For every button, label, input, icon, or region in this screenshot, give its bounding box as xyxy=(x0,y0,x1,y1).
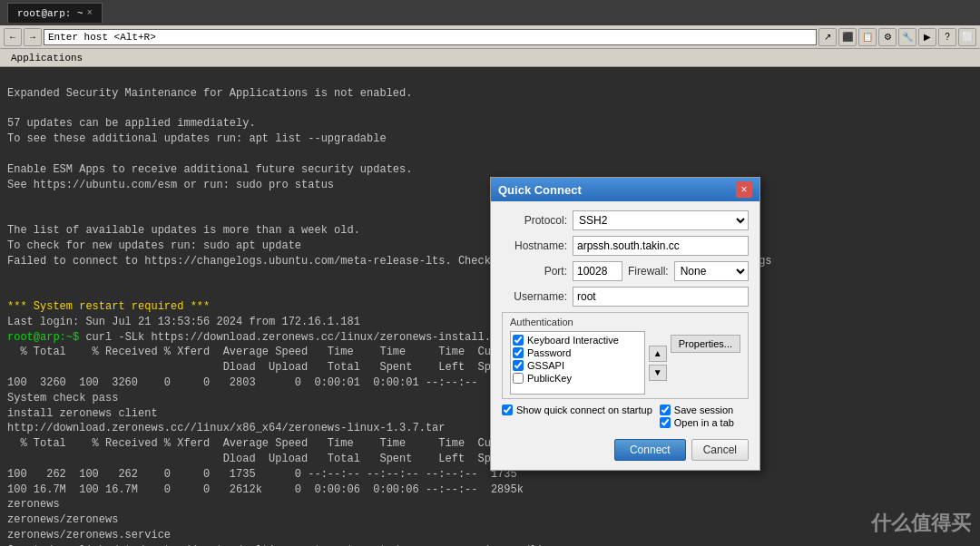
term-line-21: System check pass xyxy=(7,392,118,405)
show-quick-connect-label: Show quick connect on startup xyxy=(516,405,652,415)
username-label: Username: xyxy=(502,290,567,303)
auth-label-password: Password xyxy=(527,347,571,358)
port-input[interactable] xyxy=(573,261,622,281)
back-btn[interactable]: ← xyxy=(4,28,22,46)
term-line-10: The list of available updates is more th… xyxy=(7,224,360,237)
term-line-26: 100 262 100 262 0 0 1735 0 --:--:-- --:-… xyxy=(7,468,517,481)
toolbar-icon-4[interactable]: 🔧 xyxy=(898,28,916,46)
left-options: Show quick connect on startup xyxy=(502,405,652,428)
opt-open-in-tab: Open in a tab xyxy=(660,417,734,428)
tab-label: root@arp: ~ xyxy=(17,8,83,19)
port-row: Port: Firewall: None xyxy=(502,261,749,281)
auth-item-publickey: PublicKey xyxy=(513,372,642,385)
dialog-body: Protocol: SSH2 Hostname: Port: Firewall:… xyxy=(491,201,760,470)
open-in-tab-label: Open in a tab xyxy=(674,417,734,428)
terminal-titlebar: root@arp: ~ × xyxy=(0,0,980,25)
username-input[interactable] xyxy=(573,287,749,307)
save-session-checkbox[interactable] xyxy=(660,405,671,415)
toolbar-icon-5[interactable]: ▶ xyxy=(918,28,936,46)
terminal-tab[interactable]: root@arp: ~ × xyxy=(7,3,103,23)
connect-btn[interactable]: ↗ xyxy=(818,28,837,46)
menubar: Applications xyxy=(0,49,980,67)
port-label: Port: xyxy=(502,265,567,278)
properties-button[interactable]: Properties... xyxy=(671,335,740,353)
term-line-7: See https://ubuntu.com/esm or run: sudo … xyxy=(7,179,334,191)
auth-checkbox-publickey[interactable] xyxy=(513,373,524,384)
hostname-input[interactable] xyxy=(573,236,749,256)
toolbar-help-btn[interactable]: ? xyxy=(938,28,956,46)
save-session-label: Save session xyxy=(674,405,733,415)
toolbar-icon-6[interactable]: ⬜ xyxy=(958,28,976,46)
term-line-16: Last login: Sun Jul 21 13:53:56 2024 fro… xyxy=(7,316,360,328)
firewall-label: Firewall: xyxy=(628,265,669,278)
quick-connect-dialog: Quick Connect × Protocol: SSH2 Hostname:… xyxy=(490,177,760,471)
auth-up-btn[interactable]: ▲ xyxy=(649,346,667,362)
auth-checkbox-keyboard[interactable] xyxy=(513,335,524,346)
term-line-15: *** System restart required *** xyxy=(7,300,210,313)
term-line-29: zeronews/zeronews xyxy=(7,513,118,526)
menu-applications[interactable]: Applications xyxy=(4,53,90,63)
right-options: Save session Open in a tab xyxy=(660,405,734,428)
auth-label-publickey: PublicKey xyxy=(527,373,572,384)
connect-button[interactable]: Connect xyxy=(614,439,686,461)
term-line-20: 100 3260 100 3260 0 0 2803 0 0:00:01 0:0… xyxy=(7,376,517,389)
hostname-label: Hostname: xyxy=(502,239,567,252)
term-line-17: root@arp:~$ curl -SLk https://download.z… xyxy=(7,331,536,344)
dialog-titlebar: Quick Connect × xyxy=(491,178,760,201)
term-line-28: zeronews xyxy=(7,498,60,511)
protocol-select[interactable]: SSH2 xyxy=(573,210,749,230)
term-line-25: Dload Upload Total Spent Left Speed xyxy=(7,453,511,465)
auth-checkbox-gssapi[interactable] xyxy=(513,360,524,371)
open-in-tab-checkbox[interactable] xyxy=(660,417,671,428)
forward-btn[interactable]: → xyxy=(24,28,42,46)
auth-section: Authentication Keyboard Interactive Pass… xyxy=(502,312,749,399)
term-line-24: % Total % Received % Xferd Average Speed… xyxy=(7,437,524,450)
auth-item-gssapi: GSSAPI xyxy=(513,359,642,372)
term-line-30: zeronews/zeronews.service xyxy=(7,529,171,541)
tab-close-icon[interactable]: × xyxy=(87,8,93,18)
username-row: Username: xyxy=(502,287,749,307)
toolbar: ← → ↗ ⬛ 📋 ⚙ 🔧 ▶ ? ⬜ xyxy=(0,25,980,49)
firewall-select[interactable]: None xyxy=(674,261,749,281)
auth-checkbox-password[interactable] xyxy=(513,347,524,358)
auth-label-gssapi: GSSAPI xyxy=(527,360,564,371)
toolbar-icon-1[interactable]: ⬛ xyxy=(838,28,857,46)
auth-list: Keyboard Interactive Password GSSAPI Pub… xyxy=(510,331,645,395)
auth-item-password: Password xyxy=(513,346,642,359)
protocol-row: Protocol: SSH2 xyxy=(502,210,749,230)
auth-inner: Keyboard Interactive Password GSSAPI Pub… xyxy=(510,331,740,395)
host-input[interactable] xyxy=(44,29,817,45)
auth-arrows: ▲ ▼ xyxy=(649,331,667,395)
term-line-3: 57 updates can be applied immediately. xyxy=(7,117,256,130)
dialog-title: Quick Connect xyxy=(498,183,582,197)
term-line-18: % Total % Received % Xferd Average Speed… xyxy=(7,346,524,358)
cancel-button[interactable]: Cancel xyxy=(691,439,749,461)
term-line-1: Expanded Security Maintenance for Applic… xyxy=(7,87,412,100)
term-line-4: To see these additional updates run: apt… xyxy=(7,132,387,145)
opt-show-quick-connect: Show quick connect on startup xyxy=(502,405,652,415)
opt-save-session: Save session xyxy=(660,405,734,415)
toolbar-icon-3[interactable]: ⚙ xyxy=(878,28,897,46)
term-line-27: 100 16.7M 100 16.7M 0 0 2612k 0 0:00:06 … xyxy=(7,483,524,496)
auth-down-btn[interactable]: ▼ xyxy=(649,365,667,381)
term-line-23: http://download.zeronews.cc//linux/x86_x… xyxy=(7,422,445,434)
hostname-row: Hostname: xyxy=(502,236,749,256)
bottom-options: Show quick connect on startup Save sessi… xyxy=(502,405,749,428)
term-line-6: Enable ESM Apps to receive additional fu… xyxy=(7,163,412,176)
toolbar-icon-2[interactable]: 📋 xyxy=(858,28,877,46)
term-line-22: install zeronews client xyxy=(7,407,158,420)
port-firewall-group: Firewall: None xyxy=(573,261,749,281)
show-quick-connect-checkbox[interactable] xyxy=(502,405,513,415)
dialog-close-button[interactable]: × xyxy=(736,181,752,198)
auth-label-keyboard: Keyboard Interactive xyxy=(527,335,619,346)
dialog-buttons: Connect Cancel xyxy=(502,435,749,461)
protocol-label: Protocol: xyxy=(502,214,567,227)
term-line-11: To check for new updates run: sudo apt u… xyxy=(7,239,301,252)
auth-item-keyboard: Keyboard Interactive xyxy=(513,334,642,346)
term-line-19: Dload Upload Total Spent Left Speed xyxy=(7,361,511,374)
auth-title: Authentication xyxy=(510,317,740,327)
